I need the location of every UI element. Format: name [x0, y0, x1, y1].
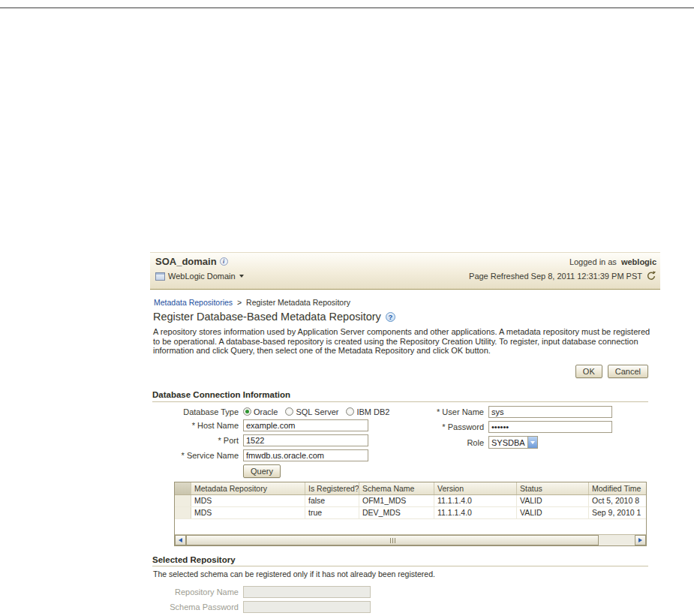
section-title-selected-repository: Selected Repository [152, 555, 236, 564]
chevron-down-icon [239, 275, 244, 278]
page-refreshed-text: Page Refreshed Sep 8, 2011 12:31:39 PM P… [469, 272, 642, 281]
page-action-buttons: OK Cancel [575, 365, 648, 378]
table-header-row: Metadata Repository Is Registered? Schem… [175, 482, 646, 495]
host-name-input[interactable] [243, 419, 368, 431]
scrollbar-grip [392, 538, 393, 543]
role-select[interactable]: SYSDBA [488, 436, 538, 449]
user-name-label: * User Name [420, 407, 484, 416]
radio-ibm-db2-label: IBM DB2 [356, 407, 389, 416]
help-icon[interactable]: ? [386, 312, 395, 322]
scrollbar-track[interactable] [186, 535, 635, 545]
em-console: SOA_domain i WebLogic Domain Logged in a… [150, 252, 660, 616]
column-header-version[interactable]: Version [434, 482, 517, 494]
scroll-right-button[interactable] [635, 535, 646, 545]
query-row: Query [152, 464, 281, 477]
row-selector[interactable] [175, 507, 191, 518]
query-button[interactable]: Query [243, 464, 281, 478]
page-title: Register Database-Based Metadata Reposit… [153, 311, 381, 323]
cell-schema-name: DEV_MDS [359, 507, 434, 518]
chevron-down-icon [530, 441, 535, 444]
radio-sql-server-icon [285, 407, 293, 416]
table-empty-area [175, 519, 646, 534]
database-type-row: Database Type Oracle SQL Server IBM DB2 [152, 405, 389, 418]
port-input[interactable] [243, 434, 368, 446]
column-header-modified-time[interactable]: Modified Time [589, 482, 646, 494]
radio-ibm-db2-icon [346, 407, 354, 416]
breadcrumb: Metadata Repositories > Register Metadat… [154, 298, 350, 307]
domain-title-row: SOA_domain i [155, 256, 244, 267]
password-input[interactable] [488, 421, 612, 433]
cancel-button[interactable]: Cancel [608, 365, 648, 378]
page-description: A repository stores information used by … [153, 327, 658, 356]
cell-version: 11.1.1.4.0 [434, 507, 517, 518]
radio-sql-server-label: SQL Server [296, 407, 338, 416]
section-divider [152, 401, 648, 402]
user-name-row: * User Name [420, 405, 612, 418]
cell-modified-time: Oct 5, 2010 8 [589, 495, 646, 506]
scrollbar-thumb[interactable] [186, 535, 599, 545]
header-band: SOA_domain i WebLogic Domain Logged in a… [150, 252, 660, 290]
scrollbar-grip [390, 538, 391, 543]
cell-metadata-repository: MDS [191, 495, 305, 506]
logged-in-prefix: Logged in as [569, 257, 617, 266]
breadcrumb-separator: > [237, 298, 242, 307]
scroll-left-button[interactable] [175, 535, 186, 545]
radio-ibm-db2[interactable]: IBM DB2 [346, 407, 389, 416]
user-name-input[interactable] [488, 406, 612, 418]
breadcrumb-current: Register Metadata Repository [246, 298, 350, 307]
database-type-radio-group: Oracle SQL Server IBM DB2 [243, 407, 389, 416]
cell-status: VALID [517, 507, 589, 518]
database-type-label: Database Type [152, 407, 239, 416]
host-name-row: * Host Name [152, 419, 368, 431]
radio-oracle-label: Oracle [254, 407, 278, 416]
repository-name-label: Repository Name [152, 587, 239, 596]
header-left: SOA_domain i WebLogic Domain [155, 256, 244, 281]
cell-version: 11.1.1.4.0 [434, 495, 517, 506]
cell-status: VALID [517, 495, 589, 506]
table-row[interactable]: MDS false OFM1_MDS 11.1.1.4.0 VALID Oct … [175, 495, 646, 507]
schema-password-row: Schema Password [152, 600, 371, 613]
role-label: Role [420, 438, 484, 447]
scrollbar-grip [395, 538, 395, 543]
role-selected-value: SYSDBA [489, 438, 527, 447]
column-header-schema-name[interactable]: Schema Name [359, 482, 434, 494]
table-row[interactable]: MDS true DEV_MDS 11.1.1.4.0 VALID Sep 9,… [175, 507, 646, 519]
column-header-metadata-repository[interactable]: Metadata Repository [191, 482, 305, 494]
service-name-input[interactable] [243, 449, 368, 461]
repository-name-input [243, 586, 371, 598]
host-name-label: * Host Name [152, 421, 239, 430]
info-icon[interactable]: i [220, 257, 228, 266]
page-title-row: Register Database-Based Metadata Reposit… [153, 311, 395, 323]
domain-icon [155, 272, 165, 281]
refresh-icon[interactable] [646, 271, 656, 281]
radio-oracle-icon [243, 407, 251, 416]
port-row: * Port [152, 434, 368, 446]
repository-name-row: Repository Name [152, 585, 371, 598]
cell-modified-time: Sep 9, 2010 1 [589, 507, 646, 518]
horizontal-scrollbar [175, 534, 646, 545]
scroll-right-icon [638, 538, 642, 542]
cell-metadata-repository: MDS [191, 507, 305, 518]
logged-in-row: Logged in as weblogic [469, 257, 656, 266]
role-row: Role SYSDBA [420, 436, 538, 449]
row-selector-header [175, 482, 191, 494]
cell-schema-name: OFM1_MDS [359, 495, 434, 506]
row-selector[interactable] [175, 495, 191, 506]
cell-is-registered: false [305, 495, 359, 506]
port-label: * Port [152, 436, 239, 445]
scroll-left-icon [179, 538, 182, 542]
page: SOA_domain i WebLogic Domain Logged in a… [0, 0, 694, 616]
column-header-is-registered[interactable]: Is Registered? [305, 482, 359, 494]
repository-table: Metadata Repository Is Registered? Schem… [174, 482, 647, 546]
column-header-status[interactable]: Status [517, 482, 589, 494]
breadcrumb-link-metadata-repositories[interactable]: Metadata Repositories [154, 298, 233, 307]
logged-in-user: weblogic [621, 257, 656, 266]
schema-password-label: Schema Password [152, 602, 239, 611]
section-title-database-connection: Database Connection Information [152, 390, 290, 399]
radio-oracle[interactable]: Oracle [243, 407, 278, 416]
service-name-label: * Service Name [152, 451, 239, 460]
role-dropdown-button[interactable] [527, 437, 537, 448]
radio-sql-server[interactable]: SQL Server [285, 407, 338, 416]
weblogic-domain-menu[interactable]: WebLogic Domain [155, 272, 244, 281]
ok-button[interactable]: OK [575, 365, 602, 378]
